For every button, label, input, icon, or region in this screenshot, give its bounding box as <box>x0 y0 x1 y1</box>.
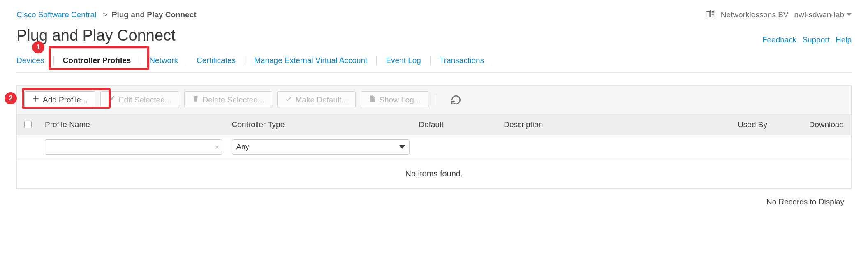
col-description[interactable]: Description <box>504 120 691 129</box>
filter-profile-name-wrap: × <box>45 139 222 155</box>
account-switcher: Networklessons BV nwl-sdwan-lab <box>706 10 852 19</box>
table-filters: × Any <box>17 135 851 159</box>
account-sub-label: nwl-sdwan-lab <box>794 10 844 19</box>
tab-event-log[interactable]: Event Log <box>377 56 431 65</box>
col-controller-type[interactable]: Controller Type <box>232 120 419 129</box>
chevron-down-icon <box>399 145 405 149</box>
delete-selected-button[interactable]: Delete Selected... <box>184 91 272 108</box>
add-profile-button[interactable]: Add Profile... <box>24 91 95 108</box>
org-icon <box>706 10 715 19</box>
show-log-button[interactable]: Show Log... <box>361 91 428 108</box>
help-links: Feedback Support Help <box>762 35 852 44</box>
tab-network[interactable]: Network <box>140 56 187 65</box>
tab-devices[interactable]: Devices <box>16 56 54 65</box>
top-bar: Cisco Software Central > Plug and Play C… <box>16 10 852 19</box>
filter-controller-type-value: Any <box>236 143 249 151</box>
delete-selected-label: Delete Selected... <box>203 95 264 104</box>
tab-transactions[interactable]: Transactions <box>431 56 493 65</box>
tab-bar: Devices Controller Profiles Network Cert… <box>16 56 852 73</box>
filter-profile-name-input[interactable] <box>45 139 222 155</box>
breadcrumb-current: Plug and Play Connect <box>112 10 197 19</box>
col-profile-name[interactable]: Profile Name <box>45 120 232 129</box>
chevron-down-icon <box>847 13 852 16</box>
show-log-label: Show Log... <box>379 95 420 104</box>
add-profile-label: Add Profile... <box>43 95 88 104</box>
clear-filter-icon[interactable]: × <box>215 143 219 151</box>
breadcrumb: Cisco Software Central > Plug and Play C… <box>16 10 197 19</box>
records-footer: No Records to Display <box>16 189 852 208</box>
check-icon <box>285 95 292 104</box>
help-link[interactable]: Help <box>836 35 852 44</box>
table: Profile Name Controller Type Default Des… <box>16 114 852 189</box>
plus-icon <box>32 95 39 104</box>
make-default-label: Make Default... <box>296 95 348 104</box>
make-default-button[interactable]: Make Default... <box>277 91 356 108</box>
col-used-by[interactable]: Used By <box>691 120 767 129</box>
table-header: Profile Name Controller Type Default Des… <box>17 114 851 135</box>
empty-state: No items found. <box>17 159 851 189</box>
breadcrumb-sep <box>99 10 103 19</box>
toolbar: Add Profile... Edit Selected... Delete S… <box>16 85 852 114</box>
refresh-button[interactable] <box>450 94 462 106</box>
tab-certificates[interactable]: Certificates <box>187 56 245 65</box>
breadcrumb-root-link[interactable]: Cisco Software Central <box>16 10 96 19</box>
pencil-icon <box>108 95 116 104</box>
col-default[interactable]: Default <box>419 120 504 129</box>
account-org[interactable]: Networklessons BV <box>721 10 789 19</box>
support-link[interactable]: Support <box>802 35 830 44</box>
edit-selected-label: Edit Selected... <box>119 95 171 104</box>
feedback-link[interactable]: Feedback <box>762 35 796 44</box>
col-download[interactable]: Download <box>767 120 844 129</box>
edit-selected-button[interactable]: Edit Selected... <box>100 91 179 108</box>
annotation-badge-2: 2 <box>5 92 17 104</box>
select-all-checkbox[interactable] <box>24 121 32 128</box>
trash-icon <box>192 95 199 104</box>
page-title: Plug and Play Connect <box>16 27 176 44</box>
tab-controller-profiles[interactable]: Controller Profiles <box>54 56 141 65</box>
account-sub-dropdown[interactable]: nwl-sdwan-lab <box>794 10 852 19</box>
tab-manage-external[interactable]: Manage External Virtual Account <box>245 56 377 65</box>
svg-rect-0 <box>706 12 710 17</box>
toolbar-separator <box>436 94 436 106</box>
document-icon <box>368 95 376 104</box>
filter-controller-type-select[interactable]: Any <box>232 139 410 155</box>
title-row: Plug and Play Connect Feedback Support H… <box>16 27 852 44</box>
